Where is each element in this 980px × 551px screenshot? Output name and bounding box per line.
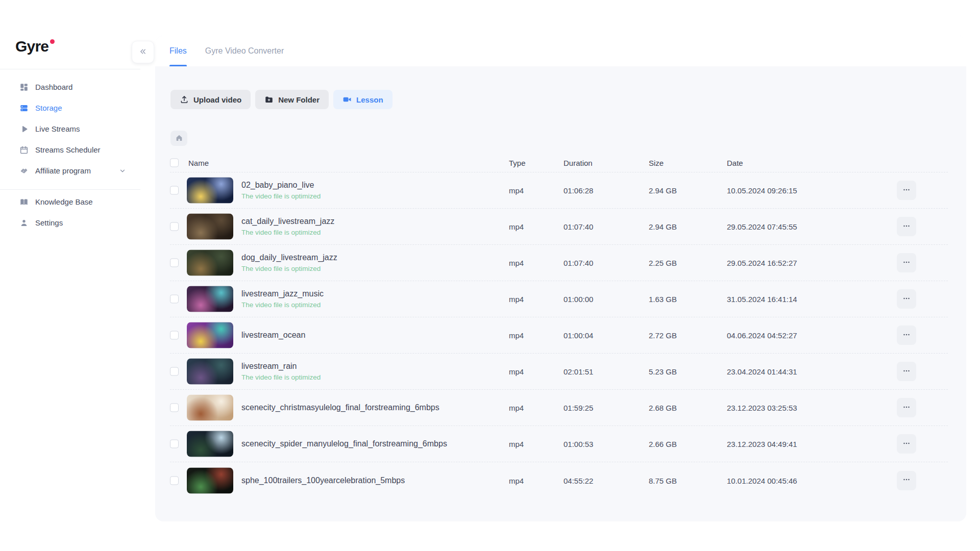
file-type: mp4 [509,186,524,195]
row-actions-button[interactable] [897,181,916,200]
file-duration: 01:00:04 [564,331,593,340]
row-checkbox[interactable] [170,259,179,267]
breadcrumb-home-button[interactable] [170,131,187,146]
tab-gyre-video-converter[interactable]: Gyre Video Converter [205,36,284,66]
row-actions-button[interactable] [897,217,916,236]
ellipsis-icon [902,221,911,232]
tab-files-label: Files [169,46,187,56]
chevron-down-icon [119,167,126,174]
lesson-label: Lesson [356,95,383,104]
row-actions-button[interactable] [897,325,916,345]
video-thumbnail[interactable] [187,286,233,312]
file-duration: 02:01:51 [564,367,593,376]
file-date: 23.12.2023 04:49:41 [727,440,797,448]
video-thumbnail[interactable] [187,359,233,385]
row-actions-button[interactable] [897,362,916,381]
ellipsis-icon [902,185,911,196]
video-thumbnail[interactable] [187,467,233,493]
file-name[interactable]: dog_daily_livestream_jazz [241,253,337,262]
video-thumbnail[interactable] [187,322,233,348]
chevrons-left-icon [138,47,148,58]
play-icon [19,124,29,134]
row-actions-button[interactable] [897,289,916,309]
file-type: mp4 [509,331,524,340]
row-checkbox[interactable] [170,331,179,340]
upload-icon [180,95,189,104]
sidebar-item-settings[interactable]: Settings [0,212,140,233]
optimized-status: The video file is optimized [241,373,321,381]
file-name-block: cat_daily_livestream_jazzThe video file … [241,217,334,236]
row-checkbox[interactable] [170,440,179,448]
file-type: mp4 [509,222,524,231]
file-size: 8.75 GB [649,476,677,485]
tab-converter-label: Gyre Video Converter [205,46,284,56]
row-checkbox[interactable] [170,186,179,195]
upload-video-button[interactable]: Upload video [170,90,251,109]
collapse-sidebar-button[interactable] [132,41,154,63]
select-all-checkbox[interactable] [170,158,179,167]
lesson-button[interactable]: Lesson [333,90,393,109]
row-checkbox[interactable] [170,295,179,304]
new-folder-button[interactable]: New Folder [255,90,329,109]
sidebar-item-label: Streams Scheduler [35,145,101,154]
sidebar-item-affiliate-program[interactable]: Affiliate program [0,160,140,181]
column-header-size: Size [649,158,664,167]
video-thumbnail[interactable] [187,214,233,240]
folder-plus-icon [264,95,274,104]
sidebar-divider-top [0,69,140,69]
file-duration: 01:06:28 [564,186,593,195]
sidebar-item-streams-scheduler[interactable]: Streams Scheduler [0,139,140,160]
calendar-icon [19,145,29,155]
file-name[interactable]: livestream_ocean [241,331,305,340]
sidebar-item-storage[interactable]: Storage [0,97,140,118]
sidebar-item-dashboard[interactable]: Dashboard [0,77,140,97]
column-header-name: Name [188,158,209,167]
sidebar-item-live-streams[interactable]: Live Streams [0,118,140,139]
file-name[interactable]: livestream_rain [241,362,321,371]
file-size: 2.66 GB [649,440,677,448]
file-date: 10.05.2024 09:26:15 [727,186,797,195]
file-duration: 01:59:25 [564,404,593,412]
column-header-date: Date [727,158,743,167]
new-folder-label: New Folder [278,95,320,104]
tab-files[interactable]: Files [169,36,187,66]
video-thumbnail[interactable] [187,431,233,457]
file-name[interactable]: cat_daily_livestream_jazz [241,217,334,226]
file-name-block: livestream_ocean [241,331,305,340]
book-icon [19,197,29,207]
file-name-block: livestream_rainThe video file is optimiz… [241,362,321,381]
row-checkbox[interactable] [170,222,179,231]
file-name[interactable]: sphe_100trailers_100yearcelebration_5mbp… [241,476,405,485]
sidebar-item-label: Live Streams [35,124,80,133]
row-actions-button[interactable] [897,253,916,272]
table-row: livestream_oceanmp401:00:042.72 GB04.06.… [170,317,948,354]
file-date: 31.05.2024 16:41:14 [727,295,797,304]
row-actions-button[interactable] [897,398,916,417]
logo-text: Gyre [15,39,48,54]
logo-dot [50,39,55,44]
file-date: 04.06.2024 04:52:27 [727,331,797,340]
row-actions-button[interactable] [897,434,916,454]
logo[interactable]: Gyre [15,39,55,54]
video-thumbnail[interactable] [187,178,233,204]
video-thumbnail[interactable] [187,395,233,421]
file-name[interactable]: livestream_jazz_music [241,289,324,298]
file-name-block: scenecity_spider_manyulelog_final_forstr… [241,439,447,448]
sidebar-item-knowledge-base[interactable]: Knowledge Base [0,191,140,212]
file-size: 1.63 GB [649,295,677,304]
file-name[interactable]: scenecity_spider_manyulelog_final_forstr… [241,439,447,448]
file-name[interactable]: scenecity_christmasyulelog_final_forstre… [241,403,439,412]
row-actions-button[interactable] [897,471,916,490]
sidebar-item-label: Knowledge Base [35,197,93,206]
tab-bar: Files Gyre Video Converter [155,36,966,66]
video-thumbnail[interactable] [187,250,233,276]
file-type: mp4 [509,259,524,267]
row-checkbox[interactable] [170,404,179,412]
row-checkbox[interactable] [170,476,179,485]
file-name[interactable]: 02_baby_piano_live [241,181,321,190]
column-header-duration: Duration [564,158,593,167]
row-checkbox[interactable] [170,367,179,376]
file-duration: 01:00:53 [564,440,593,448]
file-size: 2.94 GB [649,186,677,195]
optimized-status: The video file is optimized [241,265,337,272]
